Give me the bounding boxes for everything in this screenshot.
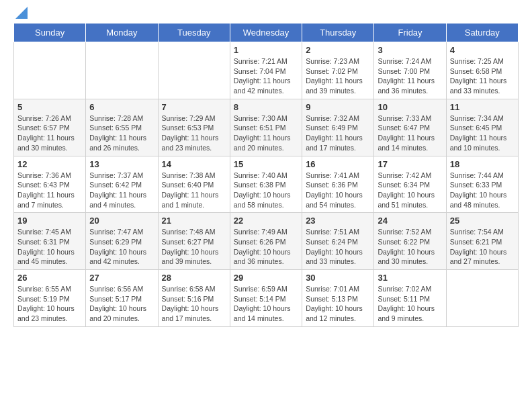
day-number: 22 xyxy=(234,216,298,226)
calendar-cell: 20Sunrise: 7:47 AM Sunset: 6:29 PM Dayli… xyxy=(86,213,158,270)
day-info: Sunrise: 7:54 AM Sunset: 6:21 PM Dayligh… xyxy=(450,227,515,267)
day-info: Sunrise: 7:30 AM Sunset: 6:51 PM Dayligh… xyxy=(234,113,298,153)
day-number: 5 xyxy=(17,102,82,112)
calendar-cell: 21Sunrise: 7:48 AM Sunset: 6:27 PM Dayli… xyxy=(158,213,230,270)
col-header-tuesday: Tuesday xyxy=(158,24,230,42)
day-info: Sunrise: 7:48 AM Sunset: 6:27 PM Dayligh… xyxy=(162,227,226,267)
day-info: Sunrise: 7:02 AM Sunset: 5:11 PM Dayligh… xyxy=(378,284,442,324)
day-number: 1 xyxy=(234,45,298,55)
page-header xyxy=(13,13,519,16)
calendar-cell: 31Sunrise: 7:02 AM Sunset: 5:11 PM Dayli… xyxy=(374,270,446,327)
day-info: Sunrise: 7:01 AM Sunset: 5:13 PM Dayligh… xyxy=(306,284,370,324)
calendar-cell: 9Sunrise: 7:32 AM Sunset: 6:49 PM Daylig… xyxy=(302,99,374,156)
calendar-cell: 16Sunrise: 7:41 AM Sunset: 6:36 PM Dayli… xyxy=(302,156,374,213)
day-number: 17 xyxy=(378,159,442,169)
day-info: Sunrise: 7:29 AM Sunset: 6:53 PM Dayligh… xyxy=(162,113,226,153)
day-number: 2 xyxy=(306,45,370,55)
day-info: Sunrise: 7:24 AM Sunset: 7:00 PM Dayligh… xyxy=(378,56,442,96)
calendar-cell xyxy=(446,270,518,327)
calendar-cell: 14Sunrise: 7:38 AM Sunset: 6:40 PM Dayli… xyxy=(158,156,230,213)
calendar-cell: 29Sunrise: 6:59 AM Sunset: 5:14 PM Dayli… xyxy=(230,270,302,327)
day-number: 19 xyxy=(17,216,82,226)
calendar-cell: 5Sunrise: 7:26 AM Sunset: 6:57 PM Daylig… xyxy=(14,99,86,156)
day-number: 23 xyxy=(306,216,370,226)
day-number: 11 xyxy=(450,102,515,112)
day-number: 21 xyxy=(162,216,226,226)
day-number: 6 xyxy=(89,102,154,112)
day-info: Sunrise: 7:40 AM Sunset: 6:38 PM Dayligh… xyxy=(234,171,298,210)
day-number: 31 xyxy=(378,273,442,283)
day-info: Sunrise: 7:51 AM Sunset: 6:24 PM Dayligh… xyxy=(306,227,370,267)
day-number: 8 xyxy=(234,102,298,112)
day-number: 28 xyxy=(162,273,226,283)
calendar-cell: 27Sunrise: 6:56 AM Sunset: 5:17 PM Dayli… xyxy=(86,270,158,327)
day-info: Sunrise: 7:45 AM Sunset: 6:31 PM Dayligh… xyxy=(17,227,82,267)
calendar-cell xyxy=(158,42,230,99)
calendar-cell: 30Sunrise: 7:01 AM Sunset: 5:13 PM Dayli… xyxy=(302,270,374,327)
day-number: 20 xyxy=(89,216,154,226)
day-number: 9 xyxy=(306,102,370,112)
calendar-cell: 25Sunrise: 7:54 AM Sunset: 6:21 PM Dayli… xyxy=(446,213,518,270)
day-number: 29 xyxy=(234,273,298,283)
calendar-cell: 26Sunrise: 6:55 AM Sunset: 5:19 PM Dayli… xyxy=(14,270,86,327)
day-number: 27 xyxy=(89,273,154,283)
logo-icon xyxy=(15,7,28,19)
svg-marker-0 xyxy=(15,7,28,19)
calendar-cell: 28Sunrise: 6:58 AM Sunset: 5:16 PM Dayli… xyxy=(158,270,230,327)
calendar-cell xyxy=(86,42,158,99)
calendar-cell: 4Sunrise: 7:25 AM Sunset: 6:58 PM Daylig… xyxy=(446,42,518,99)
day-info: Sunrise: 7:34 AM Sunset: 6:45 PM Dayligh… xyxy=(450,113,515,153)
day-info: Sunrise: 7:37 AM Sunset: 6:42 PM Dayligh… xyxy=(89,171,154,210)
col-header-friday: Friday xyxy=(374,24,446,42)
day-number: 18 xyxy=(450,159,515,169)
col-header-saturday: Saturday xyxy=(446,24,518,42)
day-info: Sunrise: 7:47 AM Sunset: 6:29 PM Dayligh… xyxy=(89,227,154,267)
col-header-wednesday: Wednesday xyxy=(230,24,302,42)
calendar-cell: 6Sunrise: 7:28 AM Sunset: 6:55 PM Daylig… xyxy=(86,99,158,156)
calendar-cell: 24Sunrise: 7:52 AM Sunset: 6:22 PM Dayli… xyxy=(374,213,446,270)
day-info: Sunrise: 7:33 AM Sunset: 6:47 PM Dayligh… xyxy=(378,113,442,153)
calendar-cell: 7Sunrise: 7:29 AM Sunset: 6:53 PM Daylig… xyxy=(158,99,230,156)
calendar-table: SundayMondayTuesdayWednesdayThursdayFrid… xyxy=(13,23,519,327)
day-info: Sunrise: 6:55 AM Sunset: 5:19 PM Dayligh… xyxy=(17,284,82,324)
day-info: Sunrise: 6:59 AM Sunset: 5:14 PM Dayligh… xyxy=(234,284,298,324)
calendar-cell: 18Sunrise: 7:44 AM Sunset: 6:33 PM Dayli… xyxy=(446,156,518,213)
day-info: Sunrise: 6:58 AM Sunset: 5:16 PM Dayligh… xyxy=(162,284,226,324)
day-info: Sunrise: 7:25 AM Sunset: 6:58 PM Dayligh… xyxy=(450,56,515,96)
day-number: 12 xyxy=(17,159,82,169)
day-info: Sunrise: 7:36 AM Sunset: 6:43 PM Dayligh… xyxy=(17,171,82,210)
calendar-cell xyxy=(14,42,86,99)
day-info: Sunrise: 7:41 AM Sunset: 6:36 PM Dayligh… xyxy=(306,171,370,210)
calendar-cell: 3Sunrise: 7:24 AM Sunset: 7:00 PM Daylig… xyxy=(374,42,446,99)
calendar-cell: 22Sunrise: 7:49 AM Sunset: 6:26 PM Dayli… xyxy=(230,213,302,270)
calendar-cell: 8Sunrise: 7:30 AM Sunset: 6:51 PM Daylig… xyxy=(230,99,302,156)
calendar-cell: 13Sunrise: 7:37 AM Sunset: 6:42 PM Dayli… xyxy=(86,156,158,213)
day-info: Sunrise: 7:49 AM Sunset: 6:26 PM Dayligh… xyxy=(234,227,298,267)
col-header-thursday: Thursday xyxy=(302,24,374,42)
day-info: Sunrise: 7:32 AM Sunset: 6:49 PM Dayligh… xyxy=(306,113,370,153)
day-info: Sunrise: 7:21 AM Sunset: 7:04 PM Dayligh… xyxy=(234,56,298,96)
calendar-cell: 12Sunrise: 7:36 AM Sunset: 6:43 PM Dayli… xyxy=(14,156,86,213)
day-number: 25 xyxy=(450,216,515,226)
day-info: Sunrise: 7:23 AM Sunset: 7:02 PM Dayligh… xyxy=(306,56,370,96)
day-info: Sunrise: 7:26 AM Sunset: 6:57 PM Dayligh… xyxy=(17,113,82,153)
day-info: Sunrise: 7:44 AM Sunset: 6:33 PM Dayligh… xyxy=(450,171,515,210)
day-number: 24 xyxy=(378,216,442,226)
calendar-cell: 17Sunrise: 7:42 AM Sunset: 6:34 PM Dayli… xyxy=(374,156,446,213)
day-number: 14 xyxy=(162,159,226,169)
day-number: 13 xyxy=(89,159,154,169)
day-number: 16 xyxy=(306,159,370,169)
day-number: 30 xyxy=(306,273,370,283)
day-info: Sunrise: 7:52 AM Sunset: 6:22 PM Dayligh… xyxy=(378,227,442,267)
day-info: Sunrise: 6:56 AM Sunset: 5:17 PM Dayligh… xyxy=(89,284,154,324)
logo xyxy=(13,13,28,16)
col-header-monday: Monday xyxy=(86,24,158,42)
calendar-cell: 10Sunrise: 7:33 AM Sunset: 6:47 PM Dayli… xyxy=(374,99,446,156)
day-number: 4 xyxy=(450,45,515,55)
calendar-cell: 11Sunrise: 7:34 AM Sunset: 6:45 PM Dayli… xyxy=(446,99,518,156)
day-info: Sunrise: 7:28 AM Sunset: 6:55 PM Dayligh… xyxy=(89,113,154,153)
day-number: 3 xyxy=(378,45,442,55)
calendar-cell: 23Sunrise: 7:51 AM Sunset: 6:24 PM Dayli… xyxy=(302,213,374,270)
calendar-cell: 1Sunrise: 7:21 AM Sunset: 7:04 PM Daylig… xyxy=(230,42,302,99)
day-info: Sunrise: 7:38 AM Sunset: 6:40 PM Dayligh… xyxy=(162,171,226,210)
